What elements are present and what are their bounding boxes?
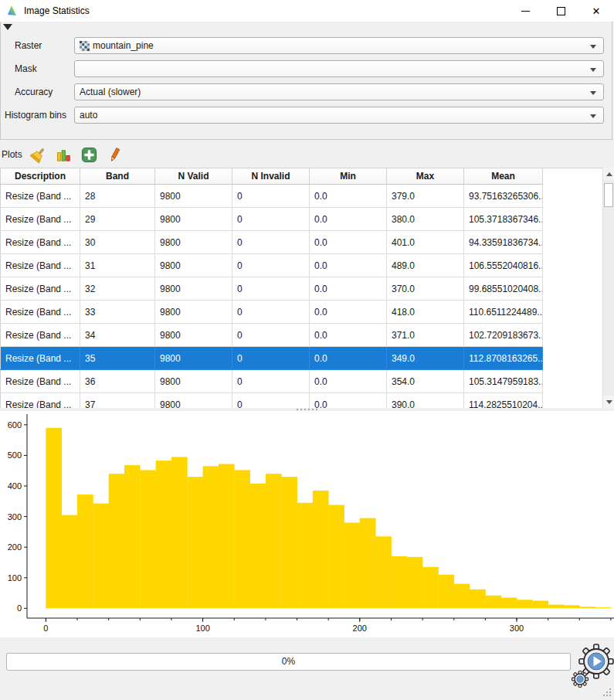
histogram-bins-row: Histogram bins auto (1, 107, 612, 124)
svg-text:400: 400 (8, 481, 22, 491)
size-grip[interactable] (603, 688, 612, 698)
svg-text:500: 500 (8, 450, 22, 460)
table-cell: 0.0 (310, 301, 387, 324)
histogram-bins-select[interactable]: auto (74, 107, 604, 124)
chevron-down-icon (590, 45, 596, 49)
table-cell: Resize (Band ... (1, 347, 80, 370)
svg-text:0: 0 (43, 624, 48, 633)
column-header[interactable]: Mean (464, 168, 543, 185)
table-cell: 371.0 (387, 324, 464, 347)
table-cell: 0.0 (310, 231, 387, 254)
run-button[interactable] (571, 641, 614, 688)
mask-select[interactable] (74, 60, 604, 77)
svg-text:600: 600 (8, 420, 22, 430)
table-cell: 0 (232, 208, 310, 231)
table-cell: 0.0 (310, 347, 387, 370)
histogram-plot-icon (56, 147, 72, 163)
table-row[interactable]: Resize (Band ...35980000.0349.0112.87081… (1, 347, 543, 370)
table-cell: 354.0 (387, 370, 464, 393)
table-cell: 9800 (155, 277, 232, 301)
raster-value: mountain_pine (93, 40, 154, 51)
window-controls: ✕ (507, 0, 614, 22)
edit-plot-icon (107, 147, 123, 163)
scroll-down-button[interactable] (603, 396, 614, 408)
table-cell: 37 (80, 393, 155, 409)
footer-bar: 0% (0, 637, 614, 700)
plots-label: Plots (2, 149, 22, 160)
column-header[interactable]: Band (80, 168, 155, 185)
table-cell: 0.0 (310, 254, 387, 277)
minimize-icon (521, 11, 530, 12)
histogram-bins-value: auto (80, 110, 97, 121)
edit-plot-button[interactable] (106, 145, 124, 164)
histogram-svg: 01002003004005006000100200300 (0, 411, 614, 637)
table-cell: 0 (232, 231, 310, 254)
svg-text:100: 100 (8, 573, 22, 583)
table-row[interactable]: Resize (Band ...31980000.0489.0106.55520… (1, 254, 543, 277)
table-cell: 9800 (155, 370, 232, 393)
svg-text:300: 300 (8, 512, 22, 522)
table-cell: Resize (Band ... (1, 393, 80, 409)
table-cell: 105.3147959183... (464, 370, 543, 393)
table-row[interactable]: Resize (Band ...29980000.0380.0105.37183… (1, 208, 543, 231)
table-row[interactable]: Resize (Band ...32980000.0370.099.685510… (1, 277, 543, 301)
table-cell: 0 (232, 393, 310, 409)
accuracy-select[interactable]: Actual (slower) (74, 83, 604, 100)
mask-label: Mask (15, 63, 37, 74)
table-row[interactable]: Resize (Band ...34980000.0371.0102.72091… (1, 324, 543, 347)
raster-layer-icon (80, 41, 90, 51)
table-cell: 379.0 (387, 185, 464, 208)
table-vertical-scrollbar[interactable] (602, 168, 614, 408)
chevron-down-icon (590, 91, 596, 95)
table-cell: 30 (80, 231, 155, 254)
column-header[interactable]: Max (387, 168, 464, 185)
table-cell: 0.0 (310, 208, 387, 231)
table-cell: 28 (80, 185, 155, 208)
table-cell: 9800 (155, 393, 232, 409)
progress-bar: 0% (6, 653, 571, 671)
table-cell: 33 (80, 301, 155, 324)
table-cell: Resize (Band ... (1, 185, 80, 208)
table-row[interactable]: Resize (Band ...30980000.0401.094.335918… (1, 231, 543, 254)
table-cell: 380.0 (387, 208, 464, 231)
svg-text:100: 100 (195, 624, 209, 633)
table-cell: 489.0 (387, 254, 464, 277)
table-cell: 9800 (155, 231, 232, 254)
table-cell: 0 (232, 370, 310, 393)
table-body: Resize (Band ...28980000.0379.093.751632… (1, 185, 543, 409)
maximize-button[interactable] (543, 0, 578, 22)
table-cell: 0.0 (310, 324, 387, 347)
column-header[interactable]: N Valid (155, 168, 232, 185)
scrollbar-thumb[interactable] (604, 183, 613, 207)
column-header[interactable]: Description (1, 168, 80, 185)
image-statistics-dialog: Image Statistics ✕ Raster mountain_pine (0, 0, 614, 700)
close-button[interactable]: ✕ (578, 0, 614, 22)
collapse-arrow-icon[interactable] (3, 24, 12, 30)
svg-text:200: 200 (8, 542, 22, 552)
plots-toolbar: Plots (0, 143, 614, 166)
table-row[interactable]: Resize (Band ...33980000.0418.0110.65112… (1, 301, 543, 324)
svg-text:0: 0 (17, 603, 22, 613)
input-panel: Raster mountain_pine Mask Accuracy (0, 22, 612, 140)
table-cell: 99.68551020408... (464, 277, 543, 301)
accuracy-label: Accuracy (15, 87, 53, 97)
histogram-plot-button[interactable] (55, 145, 73, 164)
table-cell: 34 (80, 324, 155, 347)
table-cell: 112.8708163265... (464, 347, 543, 370)
table-row[interactable]: Resize (Band ...37980000.0390.0114.28255… (1, 393, 543, 409)
clean-plots-button[interactable] (29, 145, 48, 164)
table-row[interactable]: Resize (Band ...28980000.0379.093.751632… (1, 185, 543, 208)
scroll-up-button[interactable] (603, 168, 614, 180)
triangle-down-icon (606, 400, 612, 404)
column-header[interactable]: Min (310, 168, 387, 185)
column-header[interactable]: N Invalid (232, 168, 310, 185)
accuracy-row: Accuracy Actual (slower) (1, 83, 612, 100)
mask-row: Mask (1, 60, 612, 77)
raster-select[interactable]: mountain_pine (74, 37, 604, 54)
minimize-button[interactable] (507, 0, 543, 22)
table-cell: 9800 (155, 254, 232, 277)
table-row[interactable]: Resize (Band ...36980000.0354.0105.31479… (1, 370, 543, 393)
add-plot-button[interactable] (80, 145, 99, 164)
chevron-down-icon (590, 68, 596, 72)
table-cell: 349.0 (387, 347, 464, 370)
